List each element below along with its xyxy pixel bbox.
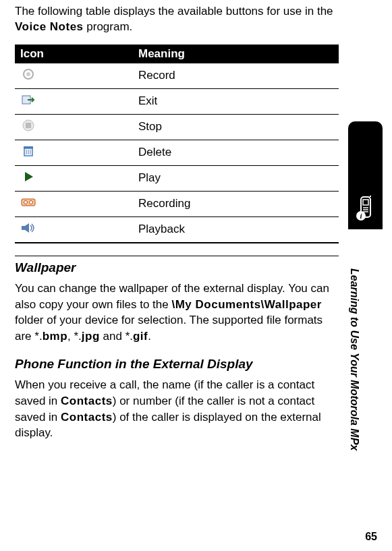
cell-icon	[15, 114, 133, 140]
table-row: Exit	[15, 88, 339, 114]
pf-contacts2: Contacts	[61, 411, 113, 424]
svg-marker-10	[25, 172, 33, 181]
heading-wallpaper: Wallpaper	[15, 256, 339, 275]
cell-meaning: Record	[133, 63, 339, 89]
cell-meaning: Play	[133, 165, 339, 191]
cell-icon	[15, 63, 133, 89]
table-row: Playback	[15, 216, 339, 243]
intro-prefix: The following table displays the availab…	[15, 5, 333, 18]
table-row: Play	[15, 165, 339, 191]
heading-phone-function: Phone Function in the External Display	[15, 357, 339, 372]
icon-meaning-table: Icon Meaning Record Exit	[15, 45, 339, 243]
cell-meaning: Exit	[133, 88, 339, 114]
cell-icon	[15, 191, 133, 216]
cell-meaning: Recording	[133, 191, 339, 216]
side-tab-label: Learning to Use Your Motorola MPx	[348, 235, 360, 484]
wp-ext3: gif	[133, 330, 148, 343]
table-header-row: Icon Meaning	[15, 45, 339, 63]
cell-icon	[15, 165, 133, 191]
table-row: Record	[15, 63, 339, 89]
pf-contacts1: Contacts	[61, 395, 113, 407]
delete-icon	[20, 144, 36, 158]
page-content: The following table displays the availab…	[15, 0, 339, 551]
svg-point-12	[24, 200, 28, 204]
phonefn-paragraph: When you receive a call, the name (if th…	[15, 377, 339, 441]
svg-rect-6	[24, 146, 33, 148]
svg-rect-14	[22, 226, 25, 230]
cell-icon	[15, 88, 133, 114]
svg-point-1	[26, 72, 30, 76]
intro-paragraph: The following table displays the availab…	[15, 4, 339, 35]
cell-meaning: Stop	[133, 114, 339, 140]
play-icon	[20, 170, 36, 183]
table-row: Stop	[15, 114, 339, 140]
svg-rect-4	[26, 123, 31, 128]
stop-icon	[20, 119, 36, 132]
wallpaper-paragraph: You can change the wallpaper of the exte…	[15, 281, 339, 345]
header-icon: Icon	[15, 45, 133, 63]
side-tab-black: i	[348, 121, 383, 229]
cell-icon	[15, 140, 133, 165]
wp-ext1: bmp	[43, 330, 67, 343]
page-number: 65	[365, 531, 377, 543]
table-row: Delete	[15, 140, 339, 165]
wp-sep2: and *.	[100, 330, 133, 343]
cell-icon	[15, 216, 133, 243]
intro-program: Voice Notes	[15, 20, 84, 33]
table-row: Recording	[15, 191, 339, 216]
wp-path: \My Documents\Wallpaper	[171, 298, 321, 311]
svg-marker-15	[25, 223, 29, 233]
wp-ext2: jpg	[82, 330, 100, 343]
cell-meaning: Delete	[133, 140, 339, 165]
playback-icon	[20, 221, 36, 235]
wp-sep1: , *.	[67, 330, 82, 343]
side-tab: i Learning to Use Your Motorola MPx	[348, 121, 383, 499]
recording-icon	[20, 196, 36, 209]
cell-meaning: Playback	[133, 216, 339, 243]
svg-point-13	[30, 200, 33, 204]
svg-rect-17	[363, 200, 368, 205]
record-icon	[20, 67, 36, 81]
exit-icon	[20, 93, 36, 107]
intro-suffix: program.	[84, 20, 133, 33]
wp-end: .	[148, 330, 151, 343]
header-meaning: Meaning	[133, 45, 339, 63]
phone-info-icon: i	[355, 196, 376, 223]
